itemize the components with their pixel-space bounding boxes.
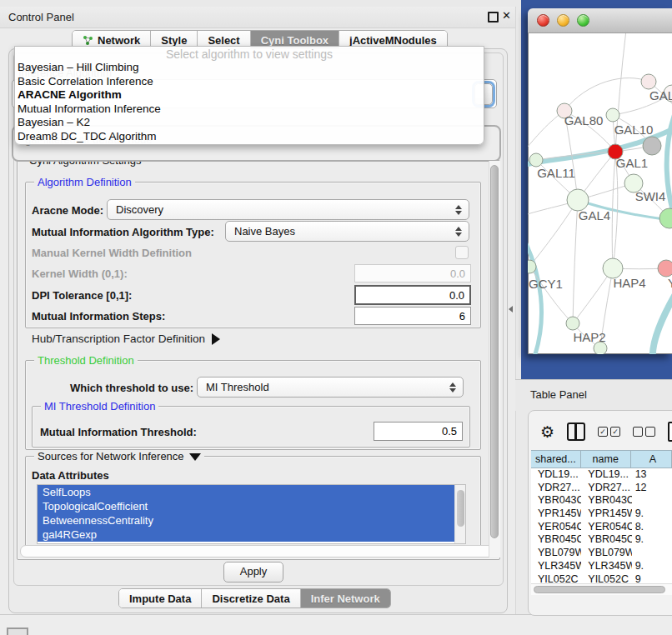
- export-table-icon[interactable]: [668, 422, 672, 442]
- table-cell: YBR043C: [581, 494, 631, 508]
- splitpane-collapse-icon[interactable]: [509, 306, 513, 312]
- table-row[interactable]: YER054CYER054C8.: [531, 521, 672, 534]
- table-row[interactable]: YIL052CYIL052C9: [531, 573, 672, 584]
- which-threshold-select[interactable]: MI Threshold: [197, 377, 464, 398]
- table-row[interactable]: YPR145WYPR145W9.: [531, 508, 672, 521]
- node-label: HAP4: [613, 276, 645, 290]
- table-row[interactable]: YBL079WYBL079W: [531, 547, 672, 560]
- manual-kernel-width-checkbox[interactable]: [455, 246, 469, 259]
- table-cell: 13: [632, 468, 672, 482]
- tab-discretize-data[interactable]: Discretize Data: [202, 589, 300, 608]
- table-cell: 9: [632, 573, 672, 584]
- deselect-all-icon[interactable]: [633, 427, 655, 437]
- table-row[interactable]: YDL19...YDL19...13: [531, 468, 672, 482]
- table-row[interactable]: YBR045CYBR045C9.: [531, 533, 672, 547]
- mi-threshold-field[interactable]: [374, 422, 463, 441]
- panel-title: Control Panel: [8, 11, 74, 23]
- zoom-window-icon[interactable]: [577, 14, 589, 27]
- scrollbar-thumb[interactable]: [490, 165, 499, 538]
- mi-algorithm-type-label: Mutual Information Algorithm Type:: [32, 226, 214, 238]
- network-node[interactable]: [641, 74, 656, 89]
- mi-steps-field[interactable]: [354, 307, 471, 325]
- cyni-mode-tabs: Impute DataDiscretize DataInfer Network: [118, 588, 391, 608]
- table-horizontal-scrollbar[interactable]: [531, 583, 672, 595]
- network-edge[interactable]: [529, 200, 578, 267]
- network-node[interactable]: [606, 108, 619, 122]
- scrollbar-thumb[interactable]: [457, 490, 464, 527]
- column-header[interactable]: A: [631, 451, 672, 468]
- column-header[interactable]: shared...: [531, 451, 581, 468]
- aracne-mode-select[interactable]: Discovery: [107, 199, 469, 220]
- gear-icon[interactable]: ⚙: [540, 424, 554, 440]
- node-label: GAL: [649, 88, 672, 102]
- mi-algorithm-type-value: Naive Bayes: [226, 225, 295, 238]
- settings-horizontal-scrollbar[interactable]: [20, 545, 497, 558]
- mi-threshold-label: Mutual Information Threshold:: [40, 426, 197, 438]
- stepper-arrows-icon: [449, 382, 456, 392]
- scrollbar-thumb[interactable]: [534, 586, 665, 593]
- minimized-panel-icon[interactable]: [7, 628, 28, 635]
- tab-label: Style: [161, 34, 187, 47]
- network-edge[interactable]: [573, 200, 578, 323]
- table-cell: YDL19...: [581, 468, 631, 482]
- column-header[interactable]: name: [581, 451, 631, 468]
- data-attribute-item[interactable]: SelfLoops: [38, 485, 454, 499]
- mi-algorithm-type-select[interactable]: Naive Bayes: [225, 221, 469, 242]
- algorithm-option[interactable]: Bayesian – K2: [15, 116, 484, 130]
- data-attributes-list[interactable]: SelfLoopsTopologicalCoefficientBetweenne…: [37, 484, 466, 544]
- tab-label: jActiveMNodules: [349, 34, 437, 47]
- table-cell: YDR27...: [581, 482, 631, 495]
- network-node[interactable]: [529, 153, 543, 167]
- algorithm-option[interactable]: Dream8 DC_TDC Algorithm: [15, 130, 484, 144]
- tab-label: Cyni Toolbox: [261, 34, 328, 47]
- close-icon[interactable]: ✕: [502, 9, 511, 22]
- dpi-tolerance-field[interactable]: [354, 285, 471, 305]
- tab-infer-network[interactable]: Infer Network: [301, 589, 390, 608]
- network-canvas[interactable]: GALGAL80GAL10GAL1GAL11SWI4GAL4GCY1HAP4YH…: [528, 33, 672, 354]
- table-row[interactable]: YBR043CYBR043C: [531, 494, 672, 508]
- table-cell: YPR145W: [581, 508, 631, 521]
- network-edge[interactable]: [653, 282, 672, 354]
- network-node[interactable]: [659, 208, 672, 228]
- list-scrollbar[interactable]: [454, 485, 465, 543]
- data-attribute-item[interactable]: TopologicalCoefficient: [38, 499, 454, 513]
- network-edge[interactable]: [528, 111, 564, 150]
- table-header-row: shared...nameA: [531, 450, 672, 468]
- hub-definition-toggle[interactable]: Hub/Transcription Factor Definition: [32, 332, 220, 345]
- network-node[interactable]: [566, 317, 579, 330]
- data-attribute-item[interactable]: gal4RGexp: [38, 528, 454, 542]
- table-row[interactable]: YDR27...YDR27...12: [531, 482, 672, 495]
- network-edge[interactable]: [667, 110, 672, 222]
- network-node[interactable]: [658, 260, 672, 277]
- kernel-width-field: [354, 264, 471, 282]
- table-cell: YER054C: [531, 521, 581, 534]
- network-node[interactable]: [643, 137, 661, 155]
- dropdown-item-list: Bayesian – Hill ClimbingBasic Correlatio…: [15, 61, 484, 143]
- minimize-window-icon[interactable]: [557, 14, 569, 27]
- column-layout-icon[interactable]: [567, 422, 585, 441]
- mi-threshold-definition-title: MI Threshold Definition: [41, 400, 158, 412]
- apply-button[interactable]: Apply: [223, 562, 283, 582]
- node-label: GAL10: [614, 122, 654, 137]
- sources-title-text: Sources for Network Inference: [38, 450, 184, 462]
- close-window-icon[interactable]: [537, 14, 549, 27]
- node-label: SWI4: [635, 189, 666, 203]
- float-panel-icon[interactable]: [488, 12, 499, 22]
- algorithm-option[interactable]: Basic Correlation Inference: [15, 75, 484, 89]
- algorithm-option[interactable]: Bayesian – Hill Climbing: [15, 61, 484, 75]
- network-edge[interactable]: [528, 240, 542, 354]
- data-attributes-label: Data Attributes: [32, 469, 109, 482]
- select-all-icon[interactable]: ✓ ✓: [598, 427, 620, 437]
- table-cell: YBR045C: [531, 533, 581, 547]
- algorithm-option[interactable]: ARACNE Algorithm: [15, 88, 484, 102]
- tab-impute-data[interactable]: Impute Data: [119, 589, 202, 608]
- table-cell: YBL079W: [531, 547, 581, 560]
- network-window-titlebar[interactable]: [528, 8, 672, 33]
- algorithm-dropdown-popup: Select algorithm to view settings Bayesi…: [14, 46, 484, 145]
- sources-group-title[interactable]: Sources for Network Inference: [34, 450, 204, 462]
- network-edge[interactable]: [564, 78, 649, 111]
- settings-vertical-scrollbar[interactable]: [489, 161, 500, 558]
- table-row[interactable]: YLR345WYLR345W9.: [531, 560, 672, 573]
- algorithm-option[interactable]: Mutual Information Inference: [15, 102, 484, 117]
- data-attribute-item[interactable]: BetweennessCentrality: [38, 513, 454, 528]
